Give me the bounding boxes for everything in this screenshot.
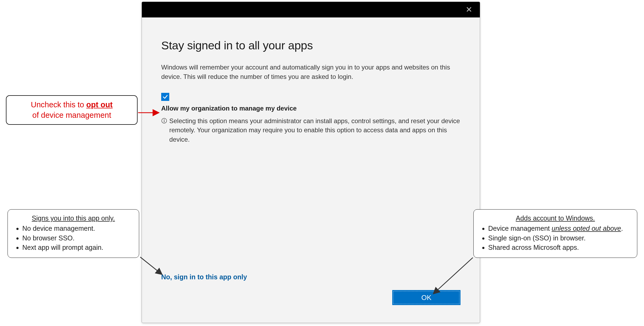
stay-signed-in-dialog: ✕ Stay signed in to all your apps Window… bbox=[142, 2, 480, 323]
annotation-ok: Adds account to Windows. Device manageme… bbox=[473, 209, 637, 258]
annotation-opt-out-line2: of device management bbox=[13, 110, 131, 120]
annotation-app-only-bullet: No browser SSO. bbox=[22, 234, 132, 243]
info-row: Selecting this option means your adminis… bbox=[161, 116, 460, 144]
info-icon bbox=[161, 118, 167, 124]
annotation-opt-out-line1: Uncheck this to opt out bbox=[13, 100, 131, 110]
annotation-opt-out: Uncheck this to opt out of device manage… bbox=[6, 95, 138, 125]
dialog-description: Windows will remember your account and a… bbox=[161, 63, 460, 82]
annotation-ok-bullet: Device management unless opted out above… bbox=[488, 224, 630, 233]
annotation-app-only-bullet: No device management. bbox=[22, 224, 132, 233]
allow-manage-checkbox-row bbox=[161, 93, 460, 101]
info-text: Selecting this option means your adminis… bbox=[169, 116, 460, 144]
dialog-title: Stay signed in to all your apps bbox=[161, 39, 460, 52]
annotation-app-only-list: No device management. No browser SSO. Ne… bbox=[15, 224, 132, 252]
titlebar: ✕ bbox=[142, 2, 480, 17]
annotation-ok-heading: Adds account to Windows. bbox=[481, 214, 630, 223]
svg-rect-2 bbox=[164, 120, 164, 122]
dialog-body: Stay signed in to all your apps Windows … bbox=[142, 17, 480, 155]
check-icon bbox=[162, 94, 168, 100]
ok-button[interactable]: OK bbox=[392, 290, 460, 305]
allow-manage-checkbox[interactable] bbox=[161, 93, 169, 101]
annotation-ok-bullet: Shared across Microsoft apps. bbox=[488, 243, 630, 252]
annotation-app-only: Signs you into this app only. No device … bbox=[8, 209, 139, 258]
sign-in-app-only-link[interactable]: No, sign in to this app only bbox=[161, 273, 247, 281]
annotation-ok-bullet: Single sign-on (SSO) in browser. bbox=[488, 234, 630, 243]
annotation-app-only-bullet: Next app will prompt again. bbox=[22, 243, 132, 252]
allow-manage-checkbox-label: Allow my organization to manage my devic… bbox=[161, 105, 460, 112]
annotation-ok-list: Device management unless opted out above… bbox=[481, 224, 630, 252]
annotation-app-only-heading: Signs you into this app only. bbox=[15, 214, 132, 223]
close-icon[interactable]: ✕ bbox=[464, 4, 474, 15]
svg-point-1 bbox=[164, 119, 165, 120]
